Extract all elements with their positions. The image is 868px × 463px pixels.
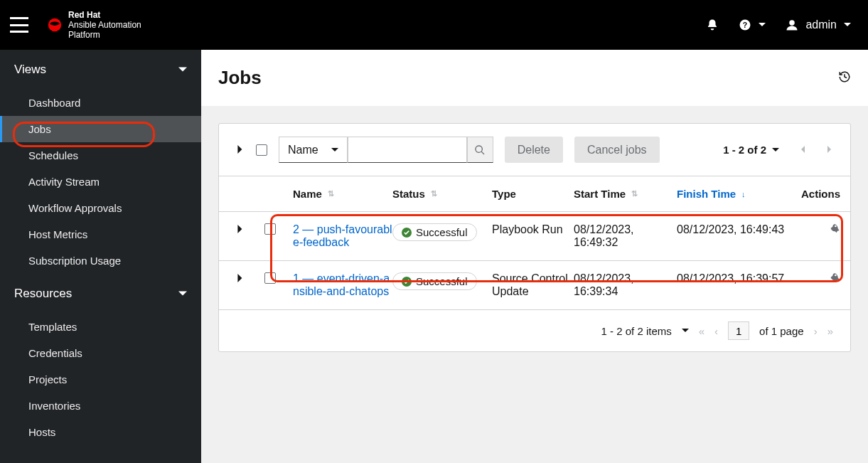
delete-button[interactable]: Delete — [505, 137, 563, 163]
next-page-icon[interactable]: › — [814, 325, 818, 337]
success-icon — [402, 277, 412, 287]
col-finish[interactable]: Finish Time↓ — [677, 188, 798, 200]
svg-point-4 — [790, 20, 795, 26]
history-icon[interactable] — [838, 70, 851, 86]
prev-page-icon[interactable] — [799, 144, 806, 156]
top-bar: Red Hat Ansible Automation Platform ? ad… — [0, 0, 868, 50]
jobs-card: Name Delete Cancel jobs 1 - 2 of 2 — [218, 123, 851, 352]
notifications-icon[interactable] — [706, 18, 719, 31]
filter-field-label: Name — [288, 144, 318, 156]
sidebar-item-jobs[interactable]: Jobs — [0, 116, 201, 142]
pager-total-text: of 1 page — [759, 325, 804, 337]
user-name: admin — [805, 18, 837, 31]
col-type: Type — [492, 188, 574, 200]
table-row: 2 — push-favourable-feedback Successful … — [219, 212, 850, 261]
brand-line3: Platform — [68, 30, 100, 40]
page-title: Jobs — [218, 67, 262, 89]
sidebar-item-templates[interactable]: Templates — [0, 314, 201, 340]
sidebar-item-subscription-usage[interactable]: Subscription Usage — [0, 248, 201, 274]
page-header: Jobs — [201, 50, 868, 106]
svg-text:?: ? — [743, 21, 747, 29]
menu-toggle-icon[interactable] — [10, 17, 28, 33]
sidebar: Views Dashboard Jobs Schedules Activity … — [0, 50, 201, 463]
select-all-checkbox[interactable] — [256, 144, 267, 156]
col-actions: Actions — [798, 188, 840, 200]
job-type: Playbook Run — [492, 223, 574, 236]
search-button[interactable] — [467, 137, 493, 163]
job-finish-time: 08/12/2023, 16:49:43 — [677, 223, 798, 236]
sidebar-item-dashboard[interactable]: Dashboard — [0, 90, 201, 116]
nav-section-label: Views — [14, 63, 46, 77]
expand-row-toggle[interactable] — [236, 223, 264, 236]
col-status[interactable]: Status⇅ — [392, 188, 492, 200]
caret-down-icon[interactable] — [682, 327, 689, 334]
status-badge: Successful — [392, 223, 477, 241]
help-dropdown[interactable]: ? — [739, 18, 766, 31]
nav-section-label: Resources — [14, 287, 72, 301]
svg-point-1 — [50, 21, 60, 26]
main-content: Jobs Name — [201, 50, 868, 463]
row-checkbox[interactable] — [264, 223, 276, 235]
relaunch-icon[interactable] — [829, 223, 840, 238]
filter-input[interactable] — [348, 137, 467, 163]
filter-field-select[interactable]: Name — [279, 137, 348, 163]
chevron-down-icon — [178, 289, 187, 298]
expand-row-toggle[interactable] — [236, 272, 264, 285]
col-name[interactable]: Name⇅ — [293, 188, 392, 200]
success-icon — [402, 228, 412, 238]
page-number-input[interactable] — [728, 321, 749, 340]
sidebar-item-activity-stream[interactable]: Activity Stream — [0, 169, 201, 195]
job-type: Source Control Update — [492, 272, 574, 298]
table-toolbar: Name Delete Cancel jobs 1 - 2 of 2 — [219, 124, 850, 176]
col-start[interactable]: Start Time⇅ — [574, 188, 677, 200]
toolbar-count: 1 - 2 of 2 — [723, 144, 766, 156]
jobs-table: Name⇅ Status⇅ Type Start Time⇅ Finish Ti… — [219, 176, 850, 310]
chevron-down-icon — [178, 65, 187, 74]
nav-section-views[interactable]: Views — [0, 50, 201, 90]
sidebar-item-inventories[interactable]: Inventories — [0, 393, 201, 419]
relaunch-icon[interactable] — [829, 272, 840, 287]
caret-down-icon[interactable] — [772, 147, 779, 154]
pager-items-text: 1 - 2 of 2 items — [601, 325, 672, 337]
brand-line1: Red Hat — [68, 10, 100, 20]
job-name-link[interactable]: 1 — event-driven-ansible-and-chatops — [293, 272, 392, 298]
sidebar-item-host-metrics[interactable]: Host Metrics — [0, 221, 201, 248]
sidebar-item-schedules[interactable]: Schedules — [0, 142, 201, 169]
table-row: 1 — event-driven-ansible-and-chatops Suc… — [219, 261, 850, 310]
brand-line2: Ansible Automation — [68, 20, 141, 30]
sidebar-item-projects[interactable]: Projects — [0, 366, 201, 393]
first-page-icon[interactable]: « — [699, 325, 704, 337]
sidebar-item-workflow-approvals[interactable]: Workflow Approvals — [0, 195, 201, 221]
prev-page-icon[interactable]: ‹ — [714, 325, 718, 337]
sidebar-item-hosts[interactable]: Hosts — [0, 419, 201, 445]
job-start-time: 08/12/2023, 16:49:32 — [574, 223, 677, 249]
status-badge: Successful — [392, 272, 477, 290]
caret-down-icon — [331, 147, 338, 154]
next-page-icon[interactable] — [826, 144, 833, 156]
table-header: Name⇅ Status⇅ Type Start Time⇅ Finish Ti… — [219, 176, 850, 212]
user-menu[interactable]: admin — [786, 18, 851, 31]
row-checkbox[interactable] — [264, 272, 276, 284]
expand-all-toggle[interactable] — [236, 144, 245, 156]
nav-section-resources[interactable]: Resources — [0, 274, 201, 314]
job-start-time: 08/12/2023, 16:39:34 — [574, 272, 677, 298]
job-finish-time: 08/12/2023, 16:39:57 — [677, 272, 798, 285]
brand-logo[interactable]: Red Hat Ansible Automation Platform — [47, 10, 141, 40]
table-pager: 1 - 2 of 2 items « ‹ of 1 page › » — [219, 310, 850, 351]
job-name-link[interactable]: 2 — push-favourable-feedback — [293, 223, 392, 249]
cancel-jobs-button[interactable]: Cancel jobs — [574, 137, 660, 163]
sidebar-item-credentials[interactable]: Credentials — [0, 340, 201, 366]
last-page-icon[interactable]: » — [827, 325, 833, 337]
